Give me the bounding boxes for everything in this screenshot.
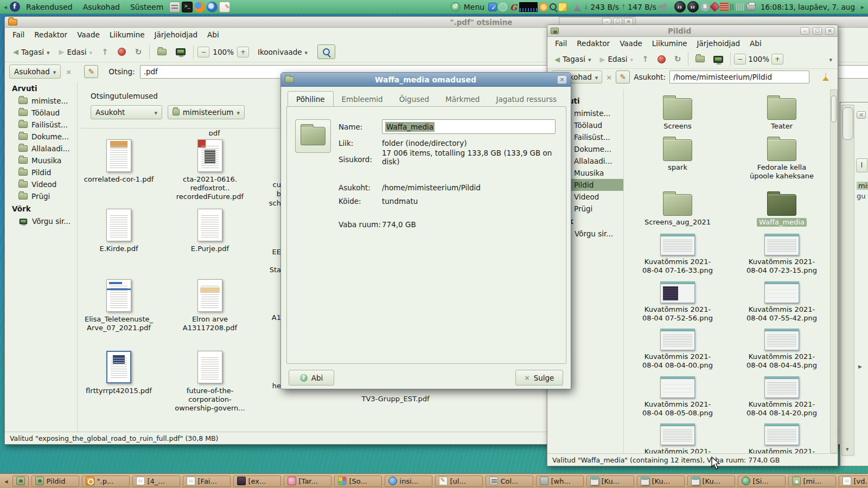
- up-button[interactable]: [98, 45, 112, 59]
- partial-button[interactable]: l: [856, 158, 867, 172]
- up-button[interactable]: [638, 52, 653, 66]
- forward-button[interactable]: Edasi: [596, 53, 637, 66]
- sidebar-item-music[interactable]: Muusika: [5, 155, 77, 166]
- pause-indicator-icon[interactable]: ▮▮: [674, 1, 686, 12]
- image-item[interactable]: Kuvatõmmis 2021- 08-04 08-05-08.png: [629, 375, 726, 418]
- menu-jarjehoidjad[interactable]: Järjehoidjad: [150, 29, 202, 40]
- minimize-button[interactable]: [602, 18, 611, 25]
- minimize-button[interactable]: [800, 27, 809, 35]
- menu-vaade[interactable]: Vaade: [615, 38, 647, 49]
- file-item[interactable]: Elisa_Teleteenuste_ Arve_07_2021.pdf: [75, 277, 162, 332]
- filter-value-dropdown[interactable]: mimisteerium: [168, 105, 245, 119]
- printer-icon[interactable]: [746, 3, 756, 10]
- image-item[interactable]: Kuvatõmmis 2021- 08-04 08-14-20.png: [733, 375, 831, 418]
- sidebar-item-filesystem[interactable]: Failisüst...: [5, 119, 77, 131]
- text-editor-icon[interactable]: [219, 2, 230, 12]
- task-screenshot[interactable]: [Ku...: [687, 476, 735, 487]
- sidebar-item-desktop[interactable]: Töölaud: [5, 107, 77, 119]
- image-item[interactable]: Kuvatõmmis 2021- 08-04 07-55-42.png: [733, 280, 831, 323]
- forward-dropdown-icon[interactable]: [90, 48, 93, 56]
- image-item[interactable]: Kuvatõmmis 2021-: [629, 422, 726, 456]
- reload-button[interactable]: [671, 52, 685, 66]
- close-button[interactable]: [825, 27, 834, 35]
- task-app[interactable]: [So...: [334, 476, 382, 487]
- filter-location-dropdown[interactable]: Asukoht: [91, 105, 162, 119]
- task-image[interactable]: [ex...: [233, 476, 281, 487]
- task-archive[interactable]: [Tar...: [284, 476, 331, 487]
- close-button[interactable]: [857, 111, 866, 119]
- menu-redaktor[interactable]: Redaktor: [572, 38, 614, 49]
- menu-fail[interactable]: Fail: [8, 29, 29, 40]
- clock[interactable]: 16:08:13, laupäev, 7. aug: [757, 3, 858, 11]
- task-pildid[interactable]: Pildid: [31, 476, 79, 487]
- menu-vaade[interactable]: Vaade: [73, 29, 104, 40]
- win2-titlebar[interactable]: Pildid: [547, 25, 838, 37]
- sidebar-item-downloads[interactable]: Allalaadi...: [5, 143, 77, 155]
- image-item[interactable]: Kuvatõmmis 2021- 08-04 08-04-45.png: [733, 328, 831, 370]
- forward-dropdown-icon[interactable]: [630, 55, 634, 63]
- sidebar-item-videos[interactable]: Videod: [5, 178, 77, 190]
- folder-item[interactable]: Screens_aug_2021: [629, 193, 726, 227]
- menu-abi[interactable]: Abi: [203, 29, 224, 40]
- toolbar-overflow-icon[interactable]: [829, 55, 834, 63]
- close-sidebar-icon[interactable]: ×: [606, 73, 612, 81]
- terminal-icon[interactable]: [182, 2, 193, 12]
- maximize-button[interactable]: [613, 18, 622, 25]
- task-document[interactable]: [4_...: [132, 476, 180, 487]
- show-desktop-button[interactable]: [12, 476, 29, 487]
- task-archive[interactable]: Col...: [486, 476, 533, 487]
- close-button[interactable]: ×Sulge: [515, 370, 563, 386]
- places-dropdown[interactable]: Asukohad: [9, 65, 61, 79]
- zoom-in-button[interactable]: +: [771, 54, 783, 65]
- signal-strength-icon[interactable]: [736, 3, 745, 11]
- edit-location-button[interactable]: [616, 70, 630, 84]
- forward-button[interactable]: Edasi: [55, 46, 96, 59]
- search-tray-icon[interactable]: [550, 3, 557, 10]
- home-button[interactable]: [692, 54, 709, 65]
- file-item[interactable]: correlated-cor-1.pdf: [75, 137, 162, 184]
- scroll-down-icon[interactable]: [846, 445, 849, 453]
- menu-liikumine[interactable]: Liikumine: [648, 38, 692, 49]
- file-item[interactable]: Elron arve A13117208.pdf: [167, 277, 253, 332]
- image-item[interactable]: Kuvatõmmis 2021- 08-04 08-04-00.png: [629, 328, 726, 370]
- image-item[interactable]: Kuvatõmmis 2021- 08-04 07-16-33.png: [629, 233, 726, 275]
- task-document[interactable]: [Fai...: [183, 476, 231, 487]
- back-button[interactable]: Tagasi: [551, 53, 595, 66]
- dialog-titlebar[interactable]: Waffa_media omadused: [281, 73, 571, 87]
- zoom-in-button[interactable]: +: [237, 47, 249, 57]
- scrollbar[interactable]: [830, 89, 838, 453]
- file-item[interactable]: TV3-Grupp_EST.pdf: [348, 395, 443, 403]
- menu-applet-icon[interactable]: [451, 2, 460, 11]
- sidebar-item-pictures[interactable]: Pildid: [5, 166, 77, 178]
- view-mode-dropdown[interactable]: Ikoonivaade: [254, 46, 311, 59]
- image-item[interactable]: Kuvatõmmis 2021- 08-04 07-52-56.png: [629, 280, 726, 323]
- taskbar-scroll-left-icon[interactable]: ◂: [3, 477, 10, 485]
- zoom-out-button[interactable]: −: [734, 54, 746, 65]
- task-screenshot[interactable]: [Ku...: [637, 476, 685, 487]
- task-browser[interactable]: [Si...: [738, 476, 786, 487]
- folder-item[interactable]: Screens: [629, 97, 726, 131]
- computer-button[interactable]: [172, 46, 189, 57]
- sidebar-item-documents[interactable]: Dokume...: [5, 131, 77, 143]
- file-item[interactable]: flrttyrrpt42015.pdf: [75, 349, 162, 395]
- location-input[interactable]: [669, 70, 809, 84]
- close-sidebar-icon[interactable]: ×: [66, 68, 72, 76]
- system-monitor-graph-icon[interactable]: [519, 2, 538, 12]
- tab-embleemid[interactable]: Embleemid: [334, 92, 391, 107]
- clear-location-icon[interactable]: [822, 73, 829, 81]
- network-monitor-icon[interactable]: [574, 3, 582, 11]
- scroll-right-icon[interactable]: [858, 362, 862, 370]
- task-document[interactable]: [vd...: [839, 476, 868, 487]
- timer-icon[interactable]: [499, 3, 507, 11]
- folder-item[interactable]: Teater: [733, 97, 831, 131]
- image-item[interactable]: Kuvatõmmis 2021- 08-04 07-23-15.png: [733, 233, 831, 275]
- tab-markmed[interactable]: Märkmed: [437, 92, 488, 107]
- scrollbar[interactable]: [841, 105, 854, 456]
- file-roller-icon[interactable]: [169, 2, 180, 12]
- menu-liikumine[interactable]: Liikumine: [105, 29, 149, 40]
- folder-item[interactable]: Fedorale kella üpoole kaheksane: [733, 138, 831, 181]
- file-item[interactable]: E.Kirde.pdf: [75, 207, 162, 253]
- scrollbar-thumb[interactable]: [831, 95, 837, 123]
- folder-item-selected[interactable]: Waffa_media: [733, 193, 831, 227]
- file-item[interactable]: E.Purje.pdf: [167, 207, 253, 253]
